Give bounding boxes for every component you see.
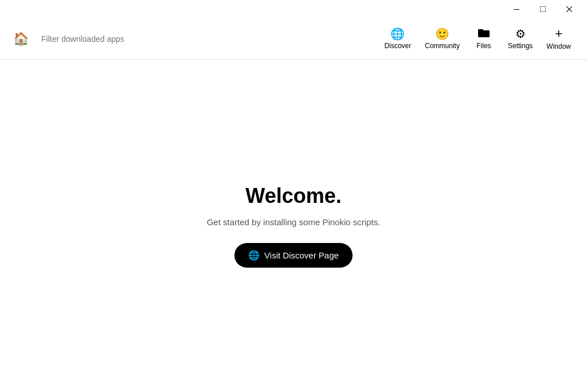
visit-discover-label: Visit Discover Page <box>264 250 339 260</box>
close-button[interactable] <box>556 0 582 18</box>
visit-discover-globe-icon: 🌐 <box>248 250 260 261</box>
files-label: Files <box>476 42 491 50</box>
settings-icon: ⚙ <box>515 28 526 40</box>
welcome-title: Welcome. <box>245 184 341 208</box>
nav-item-community[interactable]: 🙂 Community <box>418 23 467 54</box>
nav-item-settings[interactable]: ⚙ Settings <box>501 23 539 54</box>
window-label: Window <box>546 42 571 50</box>
maximize-button[interactable] <box>530 0 556 18</box>
nav-item-window[interactable]: + Window <box>539 23 578 55</box>
nav-item-files[interactable]: Files <box>467 23 501 54</box>
discover-label: Discover <box>385 42 412 50</box>
community-icon: 🙂 <box>435 28 449 40</box>
maximize-icon <box>540 6 546 12</box>
discover-icon: 🌐 <box>390 28 405 40</box>
home-button[interactable]: 🏠 <box>9 28 32 50</box>
visit-discover-button[interactable]: 🌐 Visit Discover Page <box>234 243 353 268</box>
toolbar: 🏠 🌐 Discover 🙂 Community Files ⚙ Setting… <box>0 18 587 60</box>
nav-bar: 🌐 Discover 🙂 Community Files ⚙ Settings … <box>378 23 578 55</box>
title-bar <box>0 0 587 18</box>
search-input[interactable] <box>37 29 378 49</box>
files-icon <box>478 28 490 40</box>
svg-rect-1 <box>540 6 546 12</box>
close-icon <box>566 6 572 12</box>
minimize-icon <box>514 9 519 10</box>
welcome-subtitle: Get started by installing some Pinokio s… <box>207 217 381 227</box>
window-icon: + <box>555 28 562 40</box>
main-content: Welcome. Get started by installing some … <box>0 60 587 392</box>
home-icon: 🏠 <box>13 32 29 46</box>
community-label: Community <box>425 42 460 50</box>
nav-item-discover[interactable]: 🌐 Discover <box>378 23 418 54</box>
settings-label: Settings <box>508 42 533 50</box>
svg-rect-0 <box>514 9 519 10</box>
minimize-button[interactable] <box>503 0 530 18</box>
